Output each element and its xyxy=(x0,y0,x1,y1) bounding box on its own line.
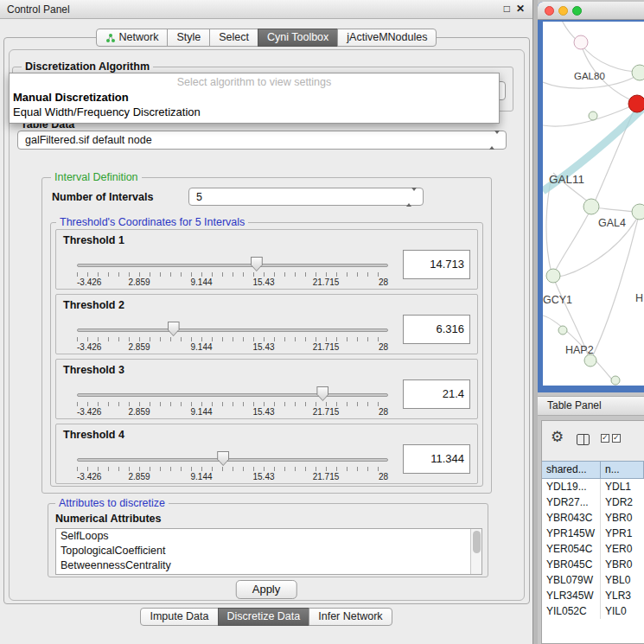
table-row[interactable]: YIL052C YIL0 xyxy=(542,603,644,619)
tab-jactivemnodules[interactable]: jActiveMNodules xyxy=(337,29,437,47)
list-item[interactable]: BetweennessCentrality xyxy=(56,558,481,573)
cell[interactable]: YPR145W xyxy=(542,526,601,541)
network-node-hap2[interactable] xyxy=(584,354,596,367)
table-row[interactable]: YBR043C YBR0 xyxy=(542,510,644,526)
table-row[interactable]: YBL079W YBL0 xyxy=(542,572,644,588)
table-row[interactable]: YLR345W YLR3 xyxy=(542,588,644,603)
tab-style[interactable]: Style xyxy=(167,29,210,47)
list-item[interactable]: SelfLoops xyxy=(56,529,481,544)
tab-impute-data[interactable]: Impute Data xyxy=(140,608,218,626)
network-tab-icon xyxy=(105,33,116,43)
dropdown-item-manual-discretization[interactable]: Manual Discretization xyxy=(10,90,499,105)
float-window-icon[interactable]: □ xyxy=(504,3,510,15)
minimize-traffic-light-icon[interactable] xyxy=(558,6,568,16)
apply-button[interactable]: Apply xyxy=(236,580,297,599)
number-of-intervals-value: 5 xyxy=(196,188,423,206)
cell[interactable]: YDL1 xyxy=(601,479,644,494)
gear-icon[interactable]: ⚙ xyxy=(551,430,564,444)
slider-thumb[interactable] xyxy=(168,322,180,336)
tab-label: jActiveMNodules xyxy=(347,29,427,46)
table-panel-header[interactable]: Table Panel xyxy=(538,396,644,416)
list-item[interactable]: TopologicalCoefficient xyxy=(56,544,481,558)
network-node[interactable] xyxy=(632,65,644,80)
slider-thumb[interactable] xyxy=(251,257,263,271)
slider-thumb[interactable] xyxy=(316,386,328,401)
network-node-gcy1[interactable] xyxy=(546,269,560,283)
table-data-combobox[interactable]: galFiltered.sif default node xyxy=(17,131,507,150)
cell[interactable]: YBR045C xyxy=(542,557,601,572)
network-node[interactable] xyxy=(632,204,644,220)
select-columns-icons[interactable] xyxy=(601,434,621,443)
slider-track[interactable] xyxy=(77,393,388,397)
tick-label: 21.715 xyxy=(313,342,340,352)
tab-discretize-data[interactable]: Discretize Data xyxy=(218,608,310,626)
cell[interactable]: YIL0 xyxy=(601,603,644,619)
cell[interactable]: YBL079W xyxy=(542,572,601,588)
cell[interactable]: YDR27... xyxy=(542,494,601,510)
threshold-4-slider[interactable]: -3.426 2.859 9.144 15.43 21.715 28 xyxy=(77,450,388,483)
tick-label: 9.144 xyxy=(190,407,212,417)
tick-label: -3.426 xyxy=(77,472,101,481)
threshold-2-value-field[interactable]: 6.316 xyxy=(403,315,470,344)
threshold-3-slider[interactable]: -3.426 2.859 9.144 15.43 21.715 28 xyxy=(77,386,388,418)
close-window-icon[interactable]: ✕ xyxy=(516,3,525,15)
network-node-gal4[interactable] xyxy=(583,199,599,214)
scrollbar-thumb[interactable] xyxy=(473,531,481,553)
table-row[interactable]: YER054C YER0 xyxy=(542,541,644,557)
cell[interactable]: YLR345W xyxy=(542,588,601,603)
column-header-shared-name[interactable]: shared... xyxy=(542,461,601,479)
network-node[interactable] xyxy=(574,35,588,49)
dropdown-placeholder-item[interactable]: Select algorithm to view settings xyxy=(10,73,499,90)
table-row[interactable]: YBR045C YBR0 xyxy=(542,557,644,572)
threshold-4-value-field[interactable]: 11.344 xyxy=(403,444,470,474)
window-title: Control Panel xyxy=(7,0,70,19)
cell[interactable]: YER0 xyxy=(601,541,644,557)
network-node[interactable] xyxy=(589,112,597,120)
cell[interactable]: YDL19... xyxy=(542,479,601,494)
columns-icon[interactable] xyxy=(577,434,590,445)
network-node[interactable] xyxy=(611,376,620,385)
cell[interactable]: YPR1 xyxy=(601,526,644,541)
dropdown-item-equal-width-frequency[interactable]: Equal Width/Frequency Discretization xyxy=(10,105,499,119)
table-row[interactable]: YPR145W YPR1 xyxy=(542,526,644,541)
cell[interactable]: YBR0 xyxy=(601,557,644,572)
column-header-name[interactable]: n... xyxy=(601,461,644,479)
slider-scale: -3.426 2.859 9.144 15.43 21.715 28 xyxy=(77,277,388,288)
slider-thumb[interactable] xyxy=(217,451,229,466)
number-of-intervals-combobox[interactable]: 5 xyxy=(188,188,424,206)
cell[interactable]: YBR0 xyxy=(601,510,644,526)
tab-select[interactable]: Select xyxy=(209,29,258,47)
tab-network[interactable]: Network xyxy=(96,29,169,47)
slider-track[interactable] xyxy=(77,458,388,462)
list-scrollbar[interactable] xyxy=(470,529,481,574)
node-label: GAL80 xyxy=(574,71,605,81)
slider-track[interactable] xyxy=(77,264,388,267)
cell[interactable]: YBL0 xyxy=(601,572,644,588)
network-node[interactable] xyxy=(558,326,567,335)
combo-arrows-icon xyxy=(406,191,417,203)
cell[interactable]: YLR3 xyxy=(601,588,644,603)
table-row[interactable]: YDR27... YDR2 xyxy=(542,494,644,510)
cell[interactable]: YIL052C xyxy=(542,603,601,619)
threshold-1-slider[interactable]: -3.426 2.859 9.144 15.43 21.715 28 xyxy=(77,256,388,289)
threshold-3-value-field[interactable]: 21.4 xyxy=(403,379,470,409)
network-graph: GAL80 GAL11 GAL4 GCY1 H HAP2 xyxy=(543,22,644,386)
checkbox-icon[interactable] xyxy=(601,434,609,443)
tab-cyni-toolbox[interactable]: Cyni Toolbox xyxy=(258,29,338,47)
checkbox-icon[interactable] xyxy=(612,434,621,443)
threshold-1-value-field[interactable]: 14.713 xyxy=(403,250,470,279)
threshold-2-slider[interactable]: -3.426 2.859 9.144 15.43 21.715 28 xyxy=(77,321,388,354)
cell[interactable]: YBR043C xyxy=(542,510,601,526)
slider-track[interactable] xyxy=(77,328,388,332)
network-canvas[interactable]: GAL80 GAL11 GAL4 GCY1 H HAP2 xyxy=(543,22,644,386)
zoom-traffic-light-icon[interactable] xyxy=(572,6,582,16)
close-traffic-light-icon[interactable] xyxy=(545,6,554,16)
tab-label: Select xyxy=(219,29,249,46)
tab-infer-network[interactable]: Infer Network xyxy=(309,608,392,626)
cell[interactable]: YDR2 xyxy=(601,494,644,510)
network-node-selected-red[interactable] xyxy=(628,95,644,112)
algorithm-dropdown-popup: Select algorithm to view settings Manual… xyxy=(9,73,500,124)
table-row[interactable]: YDL19... YDL1 xyxy=(542,479,644,494)
numerical-attributes-list[interactable]: SelfLoops TopologicalCoefficient Between… xyxy=(55,528,482,575)
cell[interactable]: YER054C xyxy=(542,541,601,557)
